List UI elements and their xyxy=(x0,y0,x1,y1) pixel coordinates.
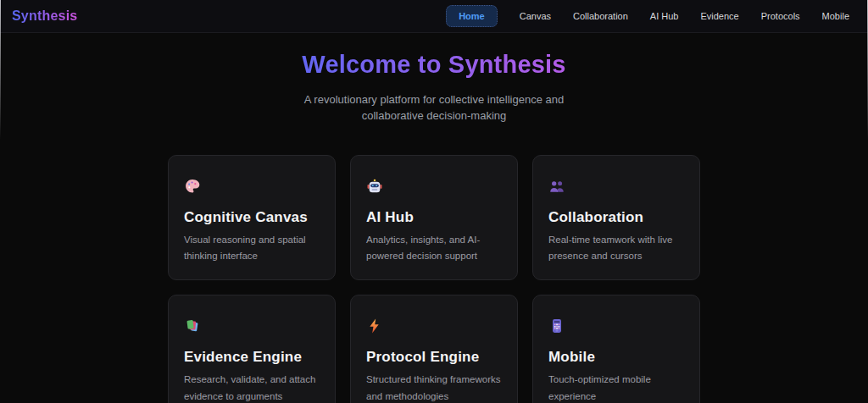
palette-icon xyxy=(184,178,201,195)
card-mobile[interactable]: Mobile Touch-optimized mobile experience xyxy=(532,295,700,403)
card-ai-hub[interactable]: AI Hub Analytics, insights, and AI-power… xyxy=(350,155,518,281)
nav-links: Home Canvas Collaboration AI Hub Evidenc… xyxy=(446,5,849,27)
nav-item-ai-hub[interactable]: AI Hub xyxy=(650,11,679,21)
users-icon xyxy=(548,178,565,195)
card-description: Visual reasoning and spatial thinking in… xyxy=(184,232,320,265)
card-description: Research, validate, and attach evidence … xyxy=(184,372,320,403)
nav-item-collaboration[interactable]: Collaboration xyxy=(573,11,628,21)
nav-item-evidence[interactable]: Evidence xyxy=(700,11,738,21)
hero-section: Welcome to Synthesis A revolutionary pla… xyxy=(0,33,868,124)
card-description: Real-time teamwork with live presence an… xyxy=(548,232,684,265)
card-title: Cognitive Canvas xyxy=(184,209,320,226)
mobile-icon xyxy=(548,317,565,334)
card-title: Mobile xyxy=(548,349,684,366)
nav-item-home[interactable]: Home xyxy=(446,5,498,27)
card-evidence-engine[interactable]: Evidence Engine Research, validate, and … xyxy=(168,295,336,403)
card-title: Protocol Engine xyxy=(366,349,502,366)
nav-item-canvas[interactable]: Canvas xyxy=(520,11,551,21)
card-protocol-engine[interactable]: Protocol Engine Structured thinking fram… xyxy=(350,295,518,403)
card-title: AI Hub xyxy=(366,209,502,226)
card-collaboration[interactable]: Collaboration Real-time teamwork with li… xyxy=(532,155,700,281)
nav-item-protocols[interactable]: Protocols xyxy=(761,11,800,21)
card-title: Collaboration xyxy=(548,209,684,226)
lightning-icon xyxy=(366,317,383,334)
card-cognitive-canvas[interactable]: Cognitive Canvas Visual reasoning and sp… xyxy=(168,155,336,281)
page-title: Welcome to Synthesis xyxy=(302,51,565,79)
card-description: Structured thinking frameworks and metho… xyxy=(366,372,502,403)
books-icon xyxy=(184,317,201,334)
card-description: Touch-optimized mobile experience xyxy=(548,372,684,403)
feature-card-grid: Cognitive Canvas Visual reasoning and sp… xyxy=(168,155,700,403)
top-navbar: Synthesis Home Canvas Collaboration AI H… xyxy=(0,0,868,33)
robot-icon xyxy=(366,178,383,195)
page-subtitle: A revolutionary platform for collective … xyxy=(298,92,570,124)
nav-item-mobile[interactable]: Mobile xyxy=(822,11,849,21)
card-title: Evidence Engine xyxy=(184,349,320,366)
brand-logo[interactable]: Synthesis xyxy=(12,8,77,24)
card-description: Analytics, insights, and AI-powered deci… xyxy=(366,232,502,265)
